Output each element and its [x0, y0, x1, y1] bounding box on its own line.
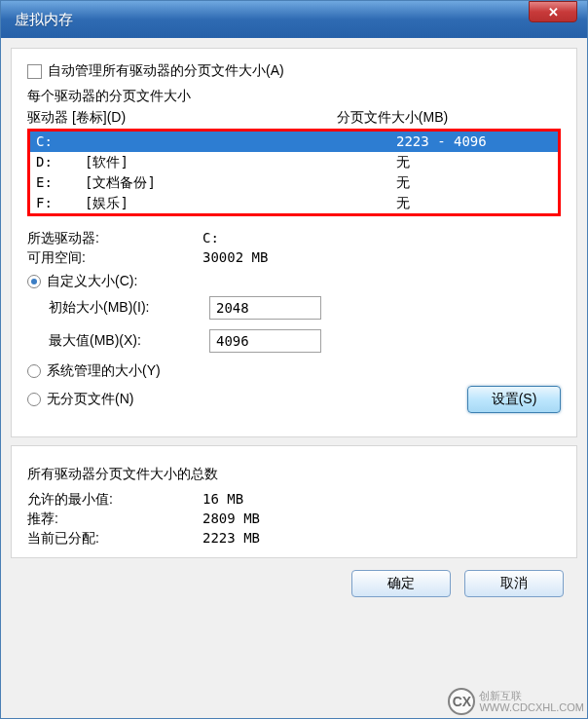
cancel-button[interactable]: 取消: [464, 570, 564, 597]
max-size-input[interactable]: [209, 329, 321, 353]
custom-size-radio-row: 自定义大小(C):: [27, 273, 561, 290]
watermark-text: 创新互联 WWW.CDCXHL.COM: [479, 690, 584, 713]
no-pagefile-radio-row: 无分页文件(N) 设置(S): [27, 386, 561, 413]
drive-label: [娱乐]: [85, 193, 396, 213]
system-managed-radio-row: 系统管理的大小(Y): [27, 362, 561, 380]
initial-size-row: 初始大小(MB)(I):: [49, 296, 561, 320]
no-pagefile-label: 无分页文件(N): [47, 391, 133, 408]
auto-manage-checkbox[interactable]: [27, 64, 42, 79]
watermark: CX 创新互联 WWW.CDCXHL.COM: [448, 688, 584, 715]
each-drive-label: 每个驱动器的分页文件大小: [27, 88, 561, 105]
virtual-memory-dialog: 虚拟内存 ✕ 自动管理所有驱动器的分页文件大小(A) 每个驱动器的分页文件大小 …: [0, 0, 588, 719]
selected-drive-value: C:: [202, 230, 561, 247]
drive-row[interactable]: F: [娱乐] 无: [30, 193, 558, 213]
system-managed-radio[interactable]: [27, 364, 41, 378]
min-allowed-value: 16 MB: [202, 491, 243, 509]
drive-row[interactable]: D: [软件] 无: [30, 152, 558, 172]
selected-drive-row: 所选驱动器: C:: [27, 230, 561, 247]
drive-list[interactable]: C: 2223 - 4096 D: [软件] 无 E: [文档备份] 无 F: …: [27, 129, 561, 216]
system-managed-label: 系统管理的大小(Y): [47, 362, 161, 380]
watermark-text-bottom: WWW.CDCXHL.COM: [479, 701, 584, 713]
max-size-label: 最大值(MB)(X):: [49, 332, 209, 350]
auto-manage-label: 自动管理所有驱动器的分页文件大小(A): [48, 62, 284, 80]
drive-pagefile: 无: [396, 152, 552, 172]
content-area: 自动管理所有驱动器的分页文件大小(A) 每个驱动器的分页文件大小 驱动器 [卷标…: [1, 38, 587, 718]
allocated-value: 2223 MB: [202, 530, 260, 548]
column-pagefile-label: 分页文件大小(MB): [337, 109, 561, 127]
column-drive-label: 驱动器 [卷标](D): [27, 109, 337, 127]
available-space-row: 可用空间: 30002 MB: [27, 249, 561, 267]
custom-size-radio[interactable]: [27, 275, 41, 288]
max-size-row: 最大值(MB)(X):: [49, 329, 561, 353]
drive-letter: E:: [36, 172, 85, 193]
min-allowed-label: 允许的最小值:: [27, 491, 202, 509]
drive-letter: C:: [36, 132, 85, 152]
totals-heading: 所有驱动器分页文件大小的总数: [27, 466, 561, 483]
no-pagefile-radio[interactable]: [27, 393, 41, 406]
recommended-value: 2809 MB: [202, 511, 260, 528]
selected-drive-label: 所选驱动器:: [27, 230, 202, 247]
initial-size-label: 初始大小(MB)(I):: [49, 299, 209, 317]
drive-letter: D:: [36, 152, 85, 172]
available-space-label: 可用空间:: [27, 249, 202, 267]
drive-row[interactable]: C: 2223 - 4096: [30, 132, 558, 152]
close-icon: ✕: [548, 5, 559, 19]
min-allowed-row: 允许的最小值: 16 MB: [27, 491, 561, 509]
close-button[interactable]: ✕: [529, 1, 577, 22]
drive-pagefile: 2223 - 4096: [396, 132, 552, 152]
set-button[interactable]: 设置(S): [467, 386, 561, 413]
drive-label: [85, 132, 396, 152]
available-space-value: 30002 MB: [202, 249, 561, 267]
watermark-logo: CX: [448, 688, 475, 715]
totals-group: 所有驱动器分页文件大小的总数 允许的最小值: 16 MB 推荐: 2809 MB…: [11, 445, 577, 558]
window-title: 虚拟内存: [15, 11, 579, 29]
column-headers: 驱动器 [卷标](D) 分页文件大小(MB): [27, 109, 561, 127]
watermark-text-top: 创新互联: [479, 690, 584, 701]
allocated-row: 当前已分配: 2223 MB: [27, 530, 561, 548]
initial-size-input[interactable]: [209, 296, 321, 320]
drive-row[interactable]: E: [文档备份] 无: [30, 172, 558, 193]
custom-size-label: 自定义大小(C):: [47, 273, 137, 290]
dialog-button-row: 确定 取消: [11, 558, 577, 597]
drive-pagefile: 无: [396, 193, 552, 213]
drive-label: [软件]: [85, 152, 396, 172]
drive-letter: F:: [36, 193, 85, 213]
drive-settings-group: 自动管理所有驱动器的分页文件大小(A) 每个驱动器的分页文件大小 驱动器 [卷标…: [11, 48, 577, 437]
titlebar: 虚拟内存 ✕: [1, 1, 587, 38]
allocated-label: 当前已分配:: [27, 530, 202, 548]
recommended-row: 推荐: 2809 MB: [27, 511, 561, 528]
ok-button[interactable]: 确定: [351, 570, 451, 597]
auto-manage-row: 自动管理所有驱动器的分页文件大小(A): [27, 62, 561, 80]
drive-pagefile: 无: [396, 172, 552, 193]
recommended-label: 推荐:: [27, 511, 202, 528]
drive-label: [文档备份]: [85, 172, 396, 193]
